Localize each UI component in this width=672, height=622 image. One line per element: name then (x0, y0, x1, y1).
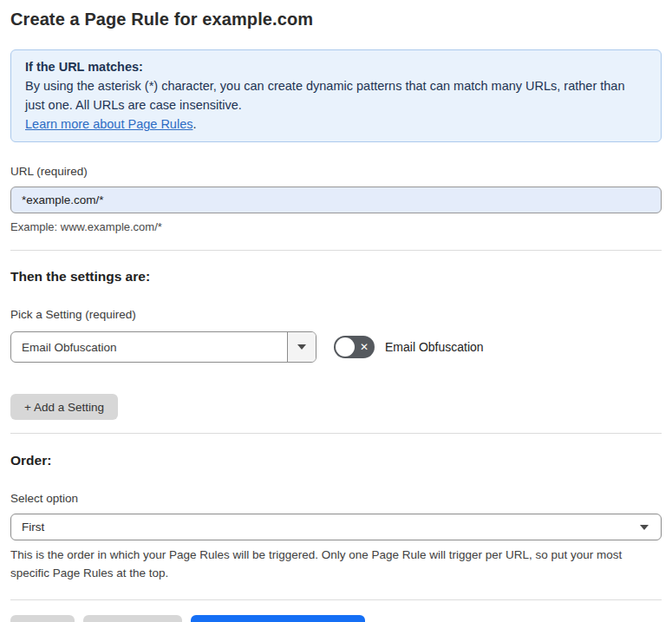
settings-section-heading: Then the settings are: (10, 268, 662, 285)
pick-setting-label: Pick a Setting (required) (10, 306, 662, 323)
divider (10, 433, 662, 434)
footer-actions: Cancel Save as Draft Save and Deploy Pag… (10, 615, 662, 622)
url-example-text: Example: www.example.com/* (10, 219, 662, 235)
info-box-body: By using the asterisk (*) character, you… (25, 76, 647, 115)
save-deploy-button[interactable]: Save and Deploy Page Rule (191, 615, 366, 622)
order-select[interactable]: First (10, 514, 662, 540)
setting-dropdown-value: Email Obfuscation (11, 332, 287, 362)
link-suffix: . (192, 117, 196, 131)
page-title: Create a Page Rule for example.com (10, 9, 662, 29)
learn-more-link[interactable]: Learn more about Page Rules (25, 117, 192, 131)
order-description: This is the order in which your Page Rul… (10, 546, 662, 582)
email-obfuscation-toggle[interactable]: ✕ (334, 336, 375, 358)
divider (10, 250, 662, 251)
order-select-value: First (22, 521, 44, 534)
add-setting-button[interactable]: + Add a Setting (10, 394, 118, 420)
toggle-off-icon: ✕ (360, 336, 369, 358)
info-box-heading: If the URL matches: (25, 57, 647, 76)
toggle-label: Email Obfuscation (385, 340, 484, 354)
info-box-link-line: Learn more about Page Rules. (25, 115, 647, 134)
setting-row: Email Obfuscation ✕ Email Obfuscation (10, 331, 662, 363)
url-label: URL (required) (10, 163, 662, 180)
chevron-down-icon (297, 344, 306, 350)
save-draft-button[interactable]: Save as Draft (83, 615, 182, 622)
url-match-info-box: If the URL matches: By using the asteris… (10, 49, 662, 142)
divider (10, 599, 662, 600)
order-section-heading: Order: (10, 452, 662, 468)
toggle-knob (336, 337, 355, 357)
cancel-button[interactable]: Cancel (10, 615, 75, 622)
chevron-down-icon (640, 525, 649, 530)
select-option-label: Select option (10, 490, 662, 507)
setting-dropdown[interactable]: Email Obfuscation (10, 331, 316, 363)
setting-dropdown-arrow-button[interactable] (287, 332, 316, 362)
url-input[interactable] (10, 187, 662, 213)
